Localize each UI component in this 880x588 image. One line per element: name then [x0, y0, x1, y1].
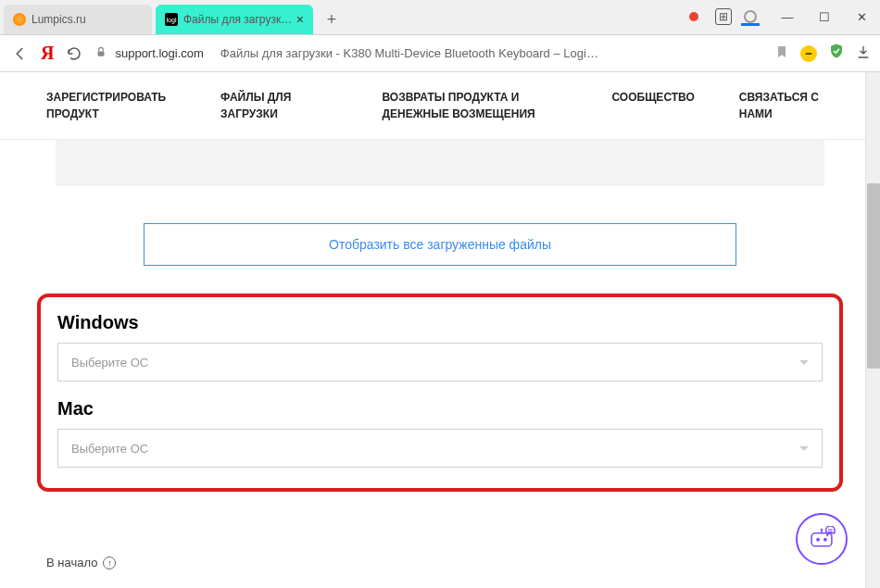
show-all-label: Отобразить все загруженные файлы	[329, 237, 551, 252]
tab-label: Файлы для загрузки - K…	[183, 13, 293, 26]
svg-rect-0	[98, 51, 105, 56]
extension-icon[interactable]: ⊞	[715, 8, 732, 25]
os-select-windows[interactable]: Выберите ОС	[57, 343, 823, 382]
download-icon[interactable]	[856, 44, 871, 63]
chat-button[interactable]	[796, 513, 848, 565]
new-tab-button[interactable]: +	[319, 6, 345, 32]
page-content: ЗАРЕГИСТРИРОВАТЬ ПРОДУКТ ФАЙЛЫ ДЛЯ ЗАГРУ…	[0, 72, 880, 588]
scrollbar-thumb[interactable]	[867, 183, 880, 369]
nav-register-product[interactable]: ЗАРЕГИСТРИРОВАТЬ ПРОДУКТ	[46, 89, 176, 122]
profile-icon[interactable]	[741, 7, 760, 26]
os-select-placeholder: Выберите ОС	[71, 442, 148, 456]
svg-point-7	[821, 529, 823, 531]
back-to-top-link[interactable]: В начало ↑	[46, 556, 116, 569]
page-top-nav: ЗАРЕГИСТРИРОВАТЬ ПРОДУКТ ФАЙЛЫ ДЛЯ ЗАГРУ…	[0, 72, 880, 140]
chatbot-icon	[807, 526, 836, 552]
os-title-windows: Windows	[57, 312, 823, 333]
chevron-down-icon	[799, 360, 809, 365]
tab-label: Lumpics.ru	[31, 13, 143, 26]
nav-returns-refunds[interactable]: ВОЗВРАТЫ ПРОДУКТА И ДЕНЕЖНЫЕ ВОЗМЕЩЕНИЯ	[382, 89, 567, 122]
svg-rect-1	[811, 533, 832, 546]
logi-icon: logi	[165, 13, 178, 26]
status-dot-icon	[689, 12, 698, 21]
browser-addressbar: Я support.logi.com Файлы для загрузки - …	[0, 35, 880, 72]
yandex-icon[interactable]: Я	[41, 43, 54, 64]
tab-lumpics[interactable]: Lumpics.ru	[4, 5, 152, 34]
os-section-mac: Mac Выберите ОС	[57, 398, 823, 468]
close-tab-icon[interactable]: ×	[296, 12, 304, 27]
back-button[interactable]	[9, 43, 31, 65]
chevron-down-icon	[799, 446, 809, 451]
window-controls: ⊞ — ☐ ✕	[689, 0, 880, 34]
url-field[interactable]: support.logi.com Файлы для загрузки - K3…	[94, 45, 765, 61]
os-selection-highlight: Windows Выберите ОС Mac Выберите ОС	[37, 294, 843, 492]
url-title: Файлы для загрузки - K380 Multi-Device B…	[220, 46, 598, 60]
lumpics-icon	[13, 13, 26, 26]
tab-logi-downloads[interactable]: logi Файлы для загрузки - K… ×	[156, 5, 313, 34]
addressbar-right-icons	[774, 43, 871, 64]
maximize-button[interactable]: ☐	[806, 0, 843, 34]
close-window-button[interactable]: ✕	[843, 0, 880, 34]
nav-downloads[interactable]: ФАЙЛЫ ДЛЯ ЗАГРУЗКИ	[220, 89, 337, 122]
os-select-mac[interactable]: Выберите ОС	[57, 429, 823, 468]
show-all-downloads-button[interactable]: Отобразить все загруженные файлы	[144, 223, 736, 266]
os-title-mac: Mac	[57, 398, 823, 419]
browser-titlebar: Lumpics.ru logi Файлы для загрузки - K… …	[0, 0, 880, 35]
lock-icon	[94, 45, 107, 61]
nav-contact-us[interactable]: СВЯЗАТЬСЯ С НАМИ	[739, 89, 843, 122]
os-section-windows: Windows Выберите ОС	[57, 312, 823, 382]
nav-community[interactable]: СООБЩЕСТВО	[611, 89, 694, 122]
arrow-left-icon	[12, 45, 29, 62]
back-to-top-label: В начало	[46, 556, 97, 569]
vertical-scrollbar[interactable]	[865, 72, 880, 588]
arrow-up-icon: ↑	[103, 557, 116, 569]
bookmark-icon[interactable]	[774, 44, 789, 63]
minimize-button[interactable]: —	[769, 0, 806, 34]
reload-button[interactable]	[63, 43, 85, 65]
svg-point-3	[823, 538, 827, 542]
os-select-placeholder: Выберите ОС	[71, 356, 148, 369]
shield-icon[interactable]	[828, 43, 845, 64]
yandex-circle-icon[interactable]	[800, 45, 817, 62]
svg-point-2	[816, 538, 820, 542]
content-placeholder	[56, 140, 824, 186]
reload-icon	[66, 45, 82, 62]
url-domain: support.logi.com	[115, 46, 203, 60]
